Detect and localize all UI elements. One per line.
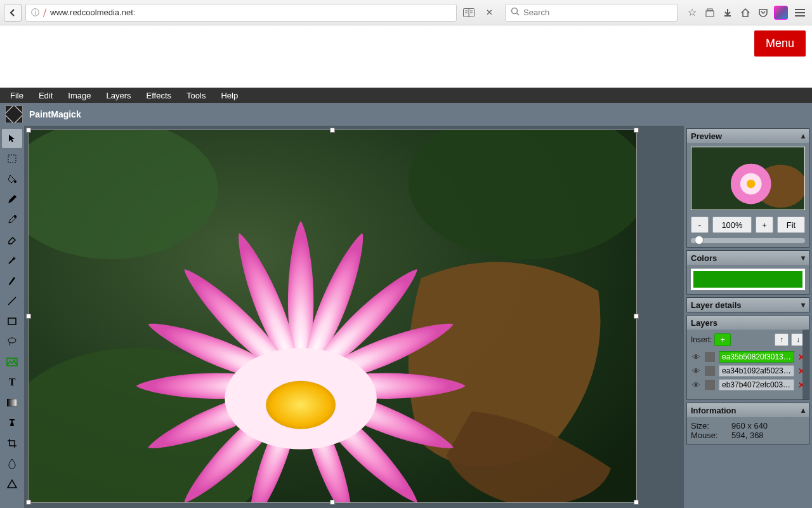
bookmark-star-icon[interactable]: ☆ [685,6,699,20]
home-icon[interactable] [738,6,752,20]
back-button[interactable] [4,4,22,22]
svg-rect-21 [10,419,15,420]
canvas-area[interactable] [24,126,684,508]
menu-tools[interactable]: Tools [187,91,206,100]
layer-up-button[interactable]: ↑ [775,333,789,346]
brush-tool[interactable] [2,271,22,290]
canvas-frame[interactable] [28,130,637,503]
layers-list: 👁ea35b50820f3013ed1✕👁ea34b1092af5023ed1✕… [691,350,805,392]
pencil-tool[interactable] [2,190,22,209]
marquee-tool[interactable] [2,149,22,168]
svg-point-16 [8,338,16,343]
add-layer-button[interactable]: + [714,333,731,346]
layer-row[interactable]: 👁ea34b1092af5023ed1✕ [691,364,805,378]
svg-rect-9 [707,9,712,11]
resize-handle-tr[interactable] [634,128,639,133]
layer-name[interactable]: eb37b4072efc003ed1 [719,379,794,391]
preview-thumbnail[interactable] [691,147,805,210]
zoom-level[interactable]: 100% [712,217,752,233]
layer-name[interactable]: ea35b50820f3013ed1 [719,351,794,363]
eraser-tool[interactable] [2,231,22,250]
zoom-fit-button[interactable]: Fit [777,217,805,233]
menu-image[interactable]: Image [68,91,91,100]
select-tool[interactable] [2,129,22,148]
clone-stamp-tool[interactable] [2,413,22,432]
text-tool[interactable]: T [2,373,22,392]
url-text: www.redcoolmedia.net: [50,8,451,17]
resize-handle-mb[interactable] [330,500,335,505]
layer-visibility-icon[interactable]: 👁 [691,352,701,362]
zoom-slider-knob[interactable] [695,236,704,244]
blur-tool[interactable] [2,454,22,473]
layer-visibility-icon[interactable]: 👁 [691,380,701,390]
zoom-out-button[interactable]: - [691,217,709,233]
svg-point-18 [14,359,15,361]
shape-tool[interactable] [2,474,22,493]
colors-panel-header[interactable]: Colors ▾ [687,251,809,265]
preview-panel: Preview ▴ - [686,128,809,248]
hamburger-menu[interactable] [792,4,808,21]
resize-handle-mr[interactable] [634,314,639,319]
preview-panel-header[interactable]: Preview ▴ [687,129,809,143]
rectangle-tool[interactable] [2,312,22,331]
image-tool[interactable] [2,352,22,371]
zoom-in-button[interactable]: + [756,217,773,233]
magic-wand-tool[interactable] [2,251,22,270]
info-mouse-label: Mouse: [691,431,726,440]
collapse-icon: ▾ [801,300,805,309]
site-menu-button[interactable]: Menu [754,30,806,57]
svg-rect-8 [706,11,714,17]
insert-label: Insert: [691,335,712,344]
lasso-tool[interactable] [2,332,22,351]
layer-row[interactable]: 👁ea35b50820f3013ed1✕ [691,350,805,364]
information-panel-header[interactable]: Information ▴ [687,403,809,417]
menu-file[interactable]: File [10,91,23,100]
layers-panel-header[interactable]: Layers [687,316,809,330]
stop-button[interactable]: ✕ [481,4,497,21]
svg-line-13 [9,258,14,264]
menu-layers[interactable]: Layers [107,91,131,100]
extension-icon[interactable] [774,6,788,20]
svg-point-6 [512,8,518,14]
search-input[interactable] [523,8,672,17]
layer-row[interactable]: 👁eb37b4072efc003ed1✕ [691,378,805,392]
pocket-icon[interactable] [756,6,770,20]
zoom-slider[interactable] [691,238,805,243]
layer-thumbnail [705,366,715,376]
library-icon[interactable] [703,6,717,20]
search-box[interactable] [505,4,678,22]
browser-toolbar: ⓘ ⧸ www.redcoolmedia.net: ✕ ☆ [0,0,812,25]
gradient-tool[interactable] [2,393,22,412]
address-bar[interactable]: ⓘ ⧸ www.redcoolmedia.net: [25,4,457,22]
line-tool[interactable] [2,291,22,311]
reader-mode-icon[interactable] [461,4,477,21]
resize-handle-br[interactable] [634,500,639,505]
resize-handle-ml[interactable] [26,314,31,319]
current-color-swatch[interactable] [691,269,805,290]
layer-thumbnail [705,380,715,390]
layer-name[interactable]: ea34b1092af5023ed1 [719,365,794,377]
eyedropper-tool[interactable] [2,210,22,229]
layers-title: Layers [691,318,717,328]
collapse-icon: ▴ [801,131,805,140]
downloads-icon[interactable] [721,6,735,20]
preview-title: Preview [691,131,722,141]
menu-help[interactable]: Help [221,91,238,100]
resize-handle-tl[interactable] [26,128,31,133]
resize-handle-bl[interactable] [26,500,31,505]
fill-tool[interactable] [2,170,22,189]
insecure-icon: ⧸ [43,8,46,18]
page-header-area: Menu [0,25,812,88]
svg-line-14 [8,297,16,305]
crop-tool[interactable] [2,434,22,453]
svg-point-27 [266,381,336,429]
resize-handle-mt[interactable] [330,128,335,133]
layer-visibility-icon[interactable]: 👁 [691,366,701,376]
layers-panel: Layers Insert: + ↑ ↓ 👁ea35b50820f3013ed1… [686,315,809,400]
menu-edit[interactable]: Edit [39,91,53,100]
layers-scrollbar[interactable] [802,330,809,399]
layer-details-header[interactable]: Layer details ▾ [687,298,809,312]
svg-rect-10 [8,155,16,163]
app-title-text: PaintMagick [29,109,81,119]
menu-effects[interactable]: Effects [147,91,172,100]
